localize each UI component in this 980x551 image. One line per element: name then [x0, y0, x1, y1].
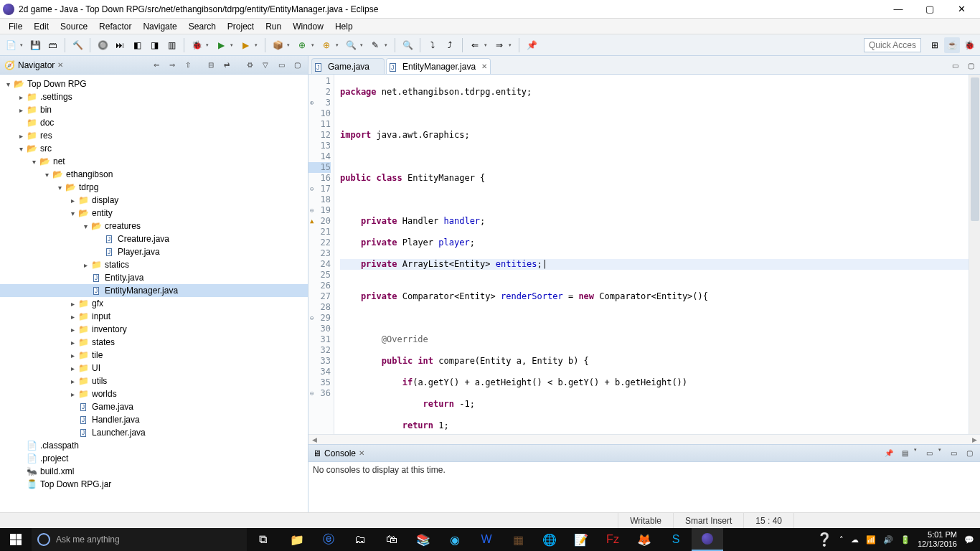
java-perspective-button[interactable]: ☕ — [944, 37, 960, 53]
save-button[interactable]: 💾 — [27, 37, 43, 53]
tree-file-entity[interactable]: JEntity.java — [0, 271, 308, 284]
tree-file-project[interactable]: 📄.project — [0, 452, 308, 465]
editor-hscrollbar[interactable]: ◀▶ — [308, 434, 980, 444]
taskbar-minecraft-icon[interactable]: ▦ — [502, 528, 534, 551]
tray-help-icon[interactable]: ❔ — [816, 532, 832, 547]
menu-file[interactable]: File — [3, 20, 28, 33]
skip-breakpoints-button[interactable]: ⏭ — [112, 37, 128, 53]
fold-icon[interactable]: ⊕ — [310, 98, 314, 108]
save-all-button[interactable]: 🗃 — [44, 37, 60, 53]
tab-game[interactable]: J Game.java — [311, 58, 385, 74]
new-package-button[interactable]: ⊕ — [294, 37, 310, 53]
taskbar-app-icon[interactable]: ◉ — [439, 528, 471, 551]
taskbar-edge-icon[interactable]: ⓔ — [313, 528, 344, 551]
build-button[interactable]: 🔨 — [70, 37, 85, 53]
back-button[interactable]: ⇐ — [467, 37, 483, 53]
menu-edit[interactable]: Edit — [28, 20, 55, 33]
taskbar-chrome-icon[interactable]: 🌐 — [534, 528, 565, 551]
next-annotation-button[interactable]: ⤵ — [425, 37, 440, 53]
navigator-close-icon[interactable]: ✕ — [57, 61, 63, 69]
tree-file-handler[interactable]: JHandler.java — [0, 413, 308, 426]
editor-gutter[interactable]: 1 2 ⊕3 10 11 12 13 14 15 16 ⊖17 18 ⊖19 ▲… — [308, 75, 334, 434]
taskbar-gimp-icon[interactable]: 🦊 — [628, 528, 660, 551]
menu-navigate[interactable]: Navigate — [137, 20, 182, 33]
menu-run[interactable]: Run — [260, 20, 287, 33]
console-close-icon[interactable]: ✕ — [359, 449, 364, 457]
nav-link-icon[interactable]: ⇄ — [220, 59, 233, 72]
fold-icon[interactable]: ⊖ — [310, 388, 314, 399]
nav-back-icon[interactable]: ⇐ — [150, 59, 163, 72]
run-last-button[interactable]: ▶ — [237, 37, 253, 53]
taskbar-winrar-icon[interactable]: 📚 — [407, 528, 439, 551]
tray-battery-icon[interactable]: 🔋 — [900, 535, 910, 545]
tray-volume-icon[interactable]: 🔊 — [883, 535, 893, 545]
editor-minimize-icon[interactable]: ▭ — [948, 59, 961, 72]
nav-menu-icon[interactable]: ▽ — [259, 59, 272, 72]
code-editor[interactable]: package net.ethangibson.tdrpg.entity; im… — [334, 75, 969, 434]
debug-button[interactable]: 🐞 — [189, 37, 204, 53]
menu-help[interactable]: Help — [329, 20, 359, 33]
tree-file-buildxml[interactable]: 🐜build.xml — [0, 465, 308, 478]
tree-src[interactable]: ▾📂src — [0, 142, 308, 155]
taskbar-notepadpp-icon[interactable]: 📝 — [565, 528, 597, 551]
wand-button[interactable]: ✎ — [367, 37, 383, 53]
tree-input[interactable]: ▸📁input — [0, 310, 308, 323]
taskbar-word-icon[interactable]: W — [471, 528, 502, 551]
close-button[interactable]: ✕ — [946, 0, 977, 19]
minimize-button[interactable]: — — [882, 0, 914, 19]
tray-datetime[interactable]: 5:01 PM 12/13/2016 — [918, 530, 957, 549]
tree-file-player[interactable]: JPlayer.java — [0, 245, 308, 258]
taskbar-search[interactable]: Ask me anything — [32, 528, 247, 551]
tree-bin[interactable]: ▸📁bin — [0, 103, 308, 116]
tree-doc[interactable]: 📁doc — [0, 116, 308, 129]
search-button[interactable]: 🔍 — [400, 37, 415, 53]
tray-onedrive-icon[interactable]: ☁ — [851, 535, 859, 545]
tree-inventory[interactable]: ▸📁inventory — [0, 323, 308, 336]
console-maximize-icon[interactable]: ▢ — [963, 447, 976, 460]
tree-file-classpath[interactable]: 📄.classpath — [0, 439, 308, 452]
console-minimize-icon[interactable]: ▭ — [947, 447, 960, 460]
tree-utils[interactable]: ▸📁utils — [0, 375, 308, 387]
tree-tdrpg[interactable]: ▾📂tdrpg — [0, 181, 308, 194]
console-display-icon[interactable]: ▤ — [898, 447, 911, 460]
tray-up-icon[interactable]: ˄ — [839, 535, 844, 545]
forward-button[interactable]: ⇒ — [491, 37, 507, 53]
menu-search[interactable]: Search — [183, 20, 222, 33]
new-button[interactable]: 📄 — [3, 37, 19, 53]
tree-project[interactable]: ▾📂Top Down RPG — [0, 77, 308, 90]
run-button[interactable]: ▶ — [213, 37, 229, 53]
tree-states[interactable]: ▸📁states — [0, 336, 308, 349]
tree-file-creature[interactable]: JCreature.java — [0, 232, 308, 245]
menu-source[interactable]: Source — [55, 20, 93, 33]
tray-network-icon[interactable]: 📶 — [866, 535, 876, 545]
quick-access-input[interactable] — [864, 38, 921, 52]
console-pin-icon[interactable]: 📌 — [882, 447, 895, 460]
taskview-icon[interactable]: ⧉ — [247, 528, 278, 551]
debug-toggle-button[interactable]: 🔘 — [95, 37, 110, 53]
tree-display[interactable]: ▸📁display — [0, 194, 308, 207]
tray-notifications-icon[interactable]: 💬 — [964, 535, 974, 545]
tree-gfx[interactable]: ▸📁gfx — [0, 297, 308, 310]
tree-file-launcher[interactable]: JLauncher.java — [0, 426, 308, 439]
new-java-project-button[interactable]: 📦 — [270, 37, 286, 53]
console-new-icon[interactable]: ▭ — [923, 447, 936, 460]
tree-tile[interactable]: ▸📁tile — [0, 349, 308, 362]
tree-ethangibson[interactable]: ▾📂ethangibson — [0, 168, 308, 181]
taskbar-store-icon[interactable]: 🛍 — [376, 528, 407, 551]
taskbar-filezilla-icon[interactable]: Fz — [597, 528, 628, 551]
maximize-button[interactable]: ▢ — [914, 0, 946, 19]
tree-net[interactable]: ▾📂net — [0, 155, 308, 168]
annotation-button-3[interactable]: ▥ — [164, 37, 179, 53]
nav-minimize-icon[interactable]: ▭ — [275, 59, 288, 72]
tree-statics[interactable]: ▸📁statics — [0, 258, 308, 271]
tree-ui[interactable]: ▸📁UI — [0, 362, 308, 375]
fold-icon[interactable]: ⊖ — [310, 313, 314, 324]
fold-icon[interactable]: ⊖ — [310, 205, 314, 216]
annotation-button-2[interactable]: ◨ — [146, 37, 162, 53]
open-type-button[interactable]: 🔍 — [343, 37, 359, 53]
nav-filter-icon[interactable]: ⚙ — [243, 59, 256, 72]
nav-collapse-icon[interactable]: ⊟ — [204, 59, 217, 72]
taskbar-fileexplorer-icon[interactable]: 🗂 — [344, 528, 376, 551]
taskbar-explorer-icon[interactable]: 📁 — [281, 528, 313, 551]
tree-file-entitymanager[interactable]: JEntityManager.java — [0, 284, 308, 297]
